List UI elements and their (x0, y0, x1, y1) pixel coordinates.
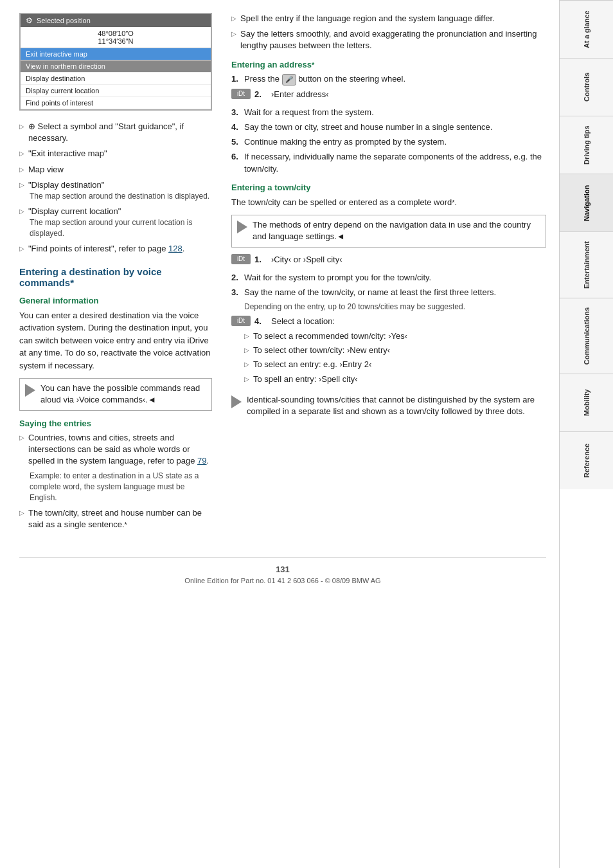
identical-sounding-note: Identical-sounding towns/cities that can… (231, 394, 546, 417)
nav-diagram-title: ⚙ Selected position (21, 14, 211, 27)
bullet-arrow: ▷ (19, 165, 24, 174)
bullet-arrow: ▷ (231, 30, 236, 39)
idrive-step-2: iDt 2. ›Enter address‹ (231, 89, 329, 100)
sidebar-tab-reference[interactable]: Reference (560, 431, 613, 489)
nav-menu-north[interactable]: View in northern direction (21, 60, 211, 73)
page-link-79[interactable]: 79 (197, 456, 206, 466)
right-top-bullets: ▷ Spell the entry if the language region… (231, 13, 546, 52)
bullet-arrow: ▷ (19, 509, 24, 518)
nav-menu-exit[interactable]: Exit interactive map (21, 48, 211, 60)
nav-menu-find-poi[interactable]: Find points of interest (21, 97, 211, 109)
bullet-arrow: ▷ (244, 360, 249, 369)
bullet-arrow: ▷ (19, 149, 24, 158)
page-footer: 131 Online Edition for Part no. 01 41 2 … (19, 557, 546, 584)
town-city-note: The methods of entry depend on the navig… (231, 215, 546, 247)
sidebar-tab-entertainment[interactable]: Entertainment (560, 231, 613, 298)
right-sidebar: At a glance Controls Driving tips Naviga… (559, 0, 613, 868)
bullet-arrow: ▷ (19, 433, 24, 442)
note-triangle-icon (25, 384, 35, 397)
saying-entries-list: ▷ Countries, towns and cities, streets a… (19, 432, 212, 530)
general-info-body: You can enter a desired destination via … (19, 309, 212, 372)
entering-town-intro: The town/city can be spelled or entered … (231, 196, 546, 209)
sidebar-tab-driving-tips[interactable]: Driving tips (560, 116, 613, 174)
nav-diagram: ⚙ Selected position 48°08′10″O 11°34′36″… (19, 13, 212, 111)
idrive-badge: iDt (231, 316, 251, 326)
sidebar-tab-controls[interactable]: Controls (560, 58, 613, 116)
page-link-128[interactable]: 128 (168, 244, 182, 253)
bullet-arrow: ▷ (19, 207, 24, 217)
main-section-heading: Entering a destination by voice commands… (19, 266, 212, 288)
bullet-arrow: ▷ (244, 375, 249, 384)
select-location-subbullets: ▷ To select a recommended town/city: ›Ye… (244, 330, 546, 385)
entering-town-steps: iDt 1. ›City‹ or ›Spell city‹ 2. Wait fo… (231, 254, 546, 388)
note-triangle-icon-2 (237, 221, 247, 233)
sidebar-tab-navigation[interactable]: Navigation (560, 174, 613, 231)
idrive-step-4-town: iDt 4. Select a location: (231, 316, 546, 327)
bullet-arrow: ▷ (244, 346, 249, 355)
sidebar-tab-communications[interactable]: Communications (560, 298, 613, 374)
nav-diagram-coords: 48°08′10″O 11°34′36″N (21, 27, 211, 48)
idrive-badge: iDt (231, 254, 251, 264)
left-bullet-list: ▷ ⊕ Select a symbol and "Start guidance"… (19, 121, 212, 255)
entering-address-heading: Entering an address* (231, 60, 546, 69)
sidebar-tab-mobility[interactable]: Mobility (560, 374, 613, 431)
saying-entries-heading: Saying the entries (19, 419, 212, 428)
entering-address-steps: 1. Press the 🎤 button on the steering wh… (231, 73, 546, 175)
general-info-heading: General information (19, 296, 212, 305)
bullet-arrow: ▷ (19, 244, 24, 253)
bullet-arrow: ▷ (19, 181, 24, 191)
page-number: 131 (19, 565, 546, 574)
note-triangle-icon-3 (231, 395, 242, 408)
nav-menu-display-dest[interactable]: Display destination (21, 73, 211, 85)
bullet-arrow: ▷ (244, 332, 249, 341)
idrive-badge: iDt (231, 89, 251, 99)
nav-menu-display-loc[interactable]: Display current location (21, 85, 211, 97)
sidebar-tab-at-a-glance[interactable]: At a glance (560, 0, 613, 58)
idrive-step-1-town: iDt 1. ›City‹ or ›Spell city‹ (231, 254, 342, 266)
voice-commands-note: You can have the possible commands read … (19, 378, 212, 410)
bullet-arrow: ▷ (19, 122, 24, 131)
bullet-arrow: ▷ (231, 14, 236, 23)
entering-town-heading: Entering a town/city (231, 183, 546, 192)
copyright-text: Online Edition for Part no. 01 41 2 603 … (19, 577, 546, 584)
